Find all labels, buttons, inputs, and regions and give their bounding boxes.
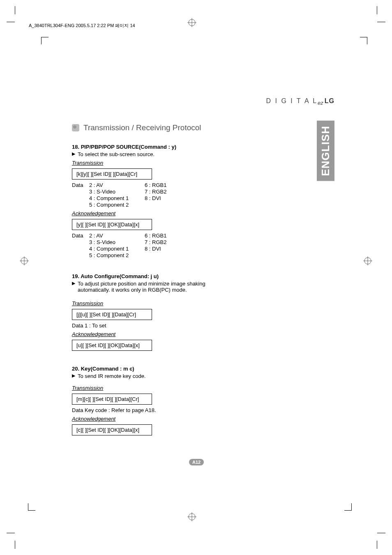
data-value: 4 : Component 1 [89,246,145,252]
data-value: 8 : DVI [145,195,161,201]
data-row: Data2 : AV6 : RGB1 [72,182,302,188]
data-value: 5 : Component 2 [89,202,145,208]
crop-mark-inner [41,37,48,44]
acknowledgement-label: Acknowledgement [72,331,302,337]
triangle-icon: ▶ [72,373,75,378]
crop-mark-inner [28,503,35,511]
data-label: Data [72,233,89,239]
data-value: 3 : S-Video [89,189,145,195]
transmission-code: [k][y][ ][Set ID][ ][Data][Cr] [72,168,152,180]
brand-lg: LG [325,97,334,104]
brand-digital: D I G I T A L [266,97,318,104]
brand-logo: D I G I T A LezLG [266,97,334,106]
transmission-label: Transmission [72,300,302,306]
data-row: 5 : Component 2 [72,252,302,258]
data-row: 4 : Component 18 : DVI [72,246,302,252]
transmission-label: Transmission [72,160,302,166]
registration-mark-icon [187,18,196,27]
data-line: Data Key code : Refer to page A18. [72,407,302,413]
ack-code: [y][ ][Set ID][ ][OK][Data][x] [72,219,152,230]
data-row: 4 : Component 18 : DVI [72,195,302,201]
data-value: 2 : AV [89,233,145,239]
transmission-code: [m][c][ ][Set ID][ ][Data][Cr] [72,394,152,405]
command-title: 18. PIP/PBP/POP SOURCE(Command : y) [72,144,302,150]
command-block: 19. Auto Configure(Command: j u) ▶ To ad… [72,273,302,353]
section-title: Transmission / Receiving Protocol [72,123,302,132]
data-value: 8 : DVI [145,246,161,252]
data-value: 2 : AV [89,182,145,188]
command-desc: ▶ To adjust picture position and minimiz… [72,281,302,293]
data-value: 5 : Component 2 [89,252,145,258]
data-value: 6 : RGB1 [145,182,166,188]
command-block: 18. PIP/PBP/POP SOURCE(Command : y) ▶ To… [72,144,302,258]
data-row: 3 : S-Video7 : RGB2 [72,239,302,245]
data-value: 7 : RGB2 [145,239,166,245]
data-row: 3 : S-Video7 : RGB2 [72,189,302,195]
data-line: Data 1 : To set [72,322,302,329]
acknowledgement-label: Acknowledgement [72,416,302,422]
crop-mark-inner [360,37,367,44]
transmission-label: Transmission [72,385,302,391]
brand-ez: ez [318,100,323,106]
page-content: Transmission / Receiving Protocol 18. PI… [72,123,302,448]
acknowledgement-label: Acknowledgement [72,210,302,216]
command-desc-text: To select the sub-screen source. [78,151,154,157]
transmission-code: [j][u][ ][Set ID][ ][Data][Cr] [72,309,152,320]
bullet-icon [72,124,79,131]
data-label: Data [72,182,89,188]
section-title-text: Transmission / Receiving Protocol [83,123,201,132]
print-header: A_3840TRL304F-ENG 2005.5.17 2:22 PM 페이지 … [29,23,135,29]
command-desc: ▶ To select the sub-screen source. [72,151,302,157]
command-title: 20. Key(Command : m c) [72,366,302,372]
command-block: 20. Key(Command : m c) ▶ To send IR remo… [72,366,302,438]
language-tab: ENGLISH [317,121,334,181]
command-title: 19. Auto Configure(Command: j u) [72,273,302,279]
triangle-icon: ▶ [72,151,75,157]
ack-code: [u][ ][Set ID][ ][OK][Data][x] [72,340,152,351]
page-number-badge: A12 [189,459,204,465]
data-row: 5 : Component 2 [72,202,302,208]
command-desc: ▶ To send IR remote key code. [72,373,302,379]
data-value: 7 : RGB2 [145,189,166,195]
registration-mark-icon [187,512,196,521]
data-value: 6 : RGB1 [145,233,166,239]
command-desc-text: To adjust picture position and minimize … [78,281,226,293]
command-desc-text: To send IR remote key code. [78,373,145,379]
ack-code: [c][ ][Set ID][ ][OK][Data][x] [72,424,152,435]
crop-mark-inner [344,503,352,511]
registration-mark-icon [363,256,372,265]
triangle-icon: ▶ [72,281,75,286]
data-value: 4 : Component 1 [89,195,145,201]
data-value: 3 : S-Video [89,239,145,245]
registration-mark-icon [20,256,29,265]
data-row: Data2 : AV6 : RGB1 [72,233,302,239]
